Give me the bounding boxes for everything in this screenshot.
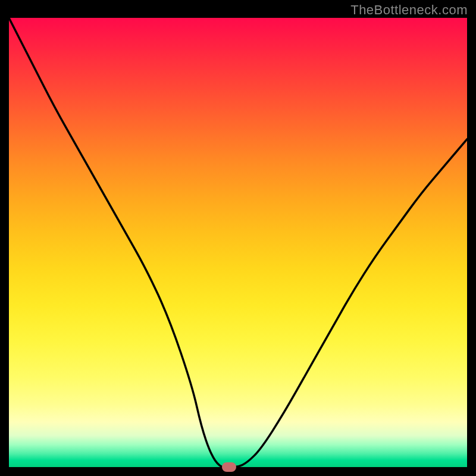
optimal-marker — [222, 462, 236, 472]
watermark-text: TheBottleneck.com — [350, 2, 468, 18]
chart-curve — [9, 18, 467, 467]
